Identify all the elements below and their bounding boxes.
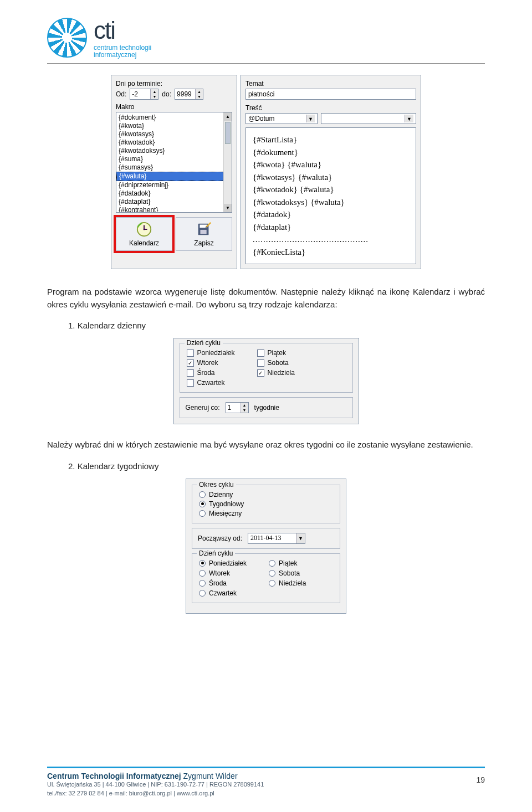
radio-option[interactable]: Czwartek [199, 589, 247, 597]
radio-icon [199, 580, 206, 587]
day-checkbox[interactable]: ✓Niedziela [257, 369, 295, 377]
do-spinner[interactable]: ▲▼ [175, 89, 203, 100]
radio-option[interactable]: Środa [199, 579, 247, 587]
radio-option[interactable]: Wtorek [199, 569, 247, 577]
radio-icon [199, 590, 206, 597]
spin-up-icon[interactable]: ▲ [151, 89, 158, 94]
dropdown-icon[interactable]: ▼ [405, 115, 413, 122]
spin-down-icon[interactable]: ▼ [151, 94, 158, 99]
screenshot-macro-panel: Dni po terminie: Od: ▲▼ do: ▲▼ Makro {#d… [111, 75, 421, 269]
dzien-group: Dzień cyklu PoniedziałekWtorekŚrodaCzwar… [192, 553, 340, 603]
tresc-combo-2[interactable]: ▼ [321, 113, 416, 124]
radio-option[interactable]: Piątek [269, 559, 306, 567]
radio-option[interactable]: Tygodniowy [199, 500, 333, 508]
day-checkbox[interactable]: Sobota [257, 359, 295, 367]
day-checkbox[interactable]: Piątek [257, 349, 295, 357]
radio-option[interactable]: Niedziela [269, 579, 306, 587]
macro-option[interactable]: {#dokument} [116, 114, 232, 122]
list-item-1: 1. Kalendarz dzienny [68, 321, 485, 330]
start-date-input[interactable] [248, 533, 296, 543]
dropdown-icon[interactable]: ▼ [296, 533, 305, 543]
spin-down-icon[interactable]: ▼ [241, 408, 248, 413]
radio-option[interactable]: Poniedziałek [199, 559, 247, 567]
template-body[interactable]: {#StartLista}{#dokument}{#kwota} {#walut… [245, 127, 416, 264]
footer-company-bold: Centrum Technologii Informatycznej [47, 772, 181, 780]
macro-listbox[interactable]: {#dokument}{#kwota}{#kwotasys}{#kwotadok… [116, 112, 232, 213]
paragraph-1: Program na podstawie wzorca wygeneruje l… [47, 286, 485, 311]
spin-up-icon[interactable]: ▲ [241, 403, 248, 408]
day-checkbox[interactable]: Środa [187, 369, 235, 377]
template-line: {#dataplat} [253, 221, 409, 234]
day-checkbox[interactable]: Poniedziałek [187, 349, 235, 357]
radio-icon [199, 510, 206, 517]
day-label: Wtorek [197, 359, 218, 367]
macro-option[interactable]: {#kwotasys} [116, 130, 232, 138]
od-spinner[interactable]: ▲▼ [130, 89, 158, 100]
radio-label: Poniedziałek [209, 559, 247, 567]
radio-option[interactable]: Sobota [269, 569, 306, 577]
generuj-input[interactable] [226, 403, 241, 413]
macro-option[interactable]: {#kwotadok} [116, 138, 232, 147]
generate-row: Generuj co: ▲▼ tygodnie [180, 397, 353, 418]
scroll-thumb[interactable] [225, 122, 231, 144]
screenshot-daily-cycle: Dzień cyklu Poniedziałek✓WtorekŚrodaCzwa… [173, 338, 359, 424]
radio-icon [199, 491, 206, 498]
page-number: 19 [476, 775, 485, 784]
list-item-2: 2. Kalendarz tygodniowy [68, 461, 485, 471]
day-label: Sobota [268, 359, 289, 367]
radio-option[interactable]: Miesięczny [199, 510, 333, 517]
radio-icon [269, 580, 275, 587]
start-date-field[interactable]: ▼ [248, 533, 305, 544]
macro-option[interactable]: {#datadok} [116, 189, 232, 198]
day-label: Środa [197, 369, 215, 377]
radio-icon [199, 501, 206, 507]
day-cycle-title: Dzień cyklu [185, 339, 223, 347]
template-line: {#StartLista} [253, 133, 409, 146]
checkbox-icon [257, 350, 264, 357]
macro-option[interactable]: {#dataplat} [116, 198, 232, 206]
save-pencil-icon [196, 221, 212, 238]
radio-option[interactable]: Dzienny [199, 491, 333, 498]
day-checkbox[interactable]: ✓Wtorek [187, 359, 235, 367]
days-after-term-label: Dni po terminie: [116, 80, 232, 88]
day-label: Poniedziałek [197, 349, 235, 357]
generuj-spinner[interactable]: ▲▼ [226, 402, 249, 413]
scroll-down-icon[interactable]: ▼ [224, 204, 232, 212]
macro-option[interactable]: {#waluta} [116, 172, 232, 181]
spin-up-icon[interactable]: ▲ [196, 89, 203, 94]
footer-line-1: Ul. Świętojańska 35 | 44-100 Gliwice | N… [47, 780, 485, 789]
okres-title: Okres cyklu [197, 481, 236, 489]
paragraph-2: Należy wybrać dni w których zestawienie … [47, 439, 485, 451]
od-label: Od: [116, 90, 126, 98]
macro-option[interactable]: {#suma} [116, 155, 232, 163]
macro-option[interactable]: {#kontrahent} [116, 206, 232, 213]
template-line: {#dokument} [253, 146, 409, 159]
macro-option[interactable]: {#kwotadoksys} [116, 147, 232, 155]
dzien-title: Dzień cyklu [197, 549, 235, 557]
template-line: {#kwotasys} {#waluta} [253, 171, 409, 184]
template-line: {#KoniecLista} [253, 246, 409, 259]
macro-option[interactable]: {#dniprzeterminj} [116, 181, 232, 189]
kalendarz-button[interactable]: Kalendarz [116, 217, 172, 251]
start-date-row: Począwszy od: ▼ [192, 528, 340, 549]
template-line: {#kwotadoksys} {#waluta} [253, 196, 409, 209]
spin-down-icon[interactable]: ▼ [196, 94, 203, 99]
day-checkbox[interactable]: Czwartek [187, 379, 235, 387]
radio-label: Wtorek [209, 569, 230, 577]
temat-label: Temat [245, 80, 416, 88]
scroll-up-icon[interactable]: ▲ [224, 112, 232, 121]
macro-option[interactable]: {#kwota} [116, 122, 232, 130]
checkbox-icon [187, 379, 194, 387]
tresc-combo[interactable]: @Dotum ▼ [245, 113, 318, 124]
tresc-label: Treść [245, 104, 416, 112]
dropdown-icon[interactable]: ▼ [306, 115, 315, 122]
zapisz-button[interactable]: Zapisz [176, 217, 232, 251]
do-input[interactable] [175, 89, 195, 99]
radio-label: Sobota [279, 569, 300, 577]
logo-subtitle-2: informatycznej [94, 52, 151, 59]
od-input[interactable] [130, 89, 150, 99]
logo-swirl-icon [47, 18, 87, 58]
radio-label: Miesięczny [209, 510, 242, 517]
macro-option[interactable]: {#sumasys} [116, 163, 232, 172]
temat-field[interactable]: płatności [245, 89, 416, 100]
